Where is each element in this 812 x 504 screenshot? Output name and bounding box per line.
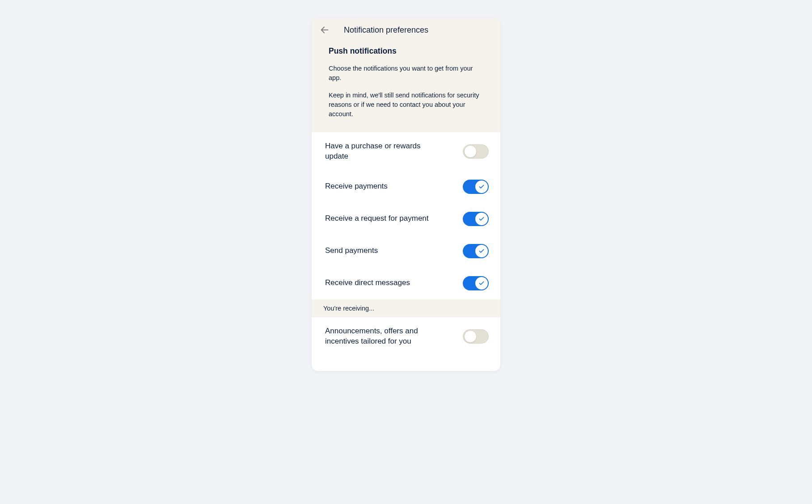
toggle-knob bbox=[475, 213, 488, 225]
check-icon bbox=[478, 216, 485, 222]
header-region: Notification preferences Push notificati… bbox=[312, 18, 500, 132]
check-icon bbox=[478, 280, 485, 286]
check-icon bbox=[478, 248, 485, 254]
toggle-knob bbox=[475, 277, 488, 290]
toggle-knob bbox=[475, 245, 488, 257]
pref-label: Announcements, offers and incentives tai… bbox=[325, 326, 432, 347]
pref-row-send-payments: Send payments bbox=[312, 235, 500, 267]
pref-row-receive-request: Receive a request for payment bbox=[312, 203, 500, 235]
title-row: Notification preferences bbox=[320, 25, 492, 35]
toggle-purchase-rewards[interactable] bbox=[463, 144, 489, 159]
page-title: Notification preferences bbox=[338, 25, 428, 35]
pref-label: Receive direct messages bbox=[325, 278, 410, 288]
pref-row-receive-payments: Receive payments bbox=[312, 171, 500, 203]
list-subheader: You're receiving... bbox=[312, 299, 500, 317]
section-title: Push notifications bbox=[329, 46, 492, 56]
pref-label: Receive payments bbox=[325, 181, 388, 192]
toggle-knob bbox=[464, 330, 477, 343]
toggle-send-payments[interactable] bbox=[463, 244, 489, 258]
pref-label: Send payments bbox=[325, 246, 378, 256]
toggle-announcements[interactable] bbox=[463, 329, 489, 344]
toggle-knob bbox=[464, 145, 477, 158]
preferences-list: Have a purchase or rewards update Receiv… bbox=[312, 132, 500, 371]
toggle-knob bbox=[475, 181, 488, 193]
pref-label: Have a purchase or rewards update bbox=[325, 141, 432, 162]
check-icon bbox=[478, 184, 485, 190]
toggle-direct-messages[interactable] bbox=[463, 276, 489, 290]
intro-text-1: Choose the notifications you want to get… bbox=[329, 64, 483, 83]
pref-label: Receive a request for payment bbox=[325, 214, 429, 224]
toggle-receive-payments[interactable] bbox=[463, 180, 489, 194]
intro-text-2: Keep in mind, we'll still send notificat… bbox=[329, 91, 483, 119]
pref-row-announcements: Announcements, offers and incentives tai… bbox=[312, 317, 500, 356]
back-arrow-icon[interactable] bbox=[320, 25, 330, 35]
toggle-receive-request[interactable] bbox=[463, 212, 489, 226]
pref-row-purchase-rewards: Have a purchase or rewards update bbox=[312, 132, 500, 171]
settings-screen: Notification preferences Push notificati… bbox=[312, 18, 500, 371]
pref-row-direct-messages: Receive direct messages bbox=[312, 267, 500, 299]
